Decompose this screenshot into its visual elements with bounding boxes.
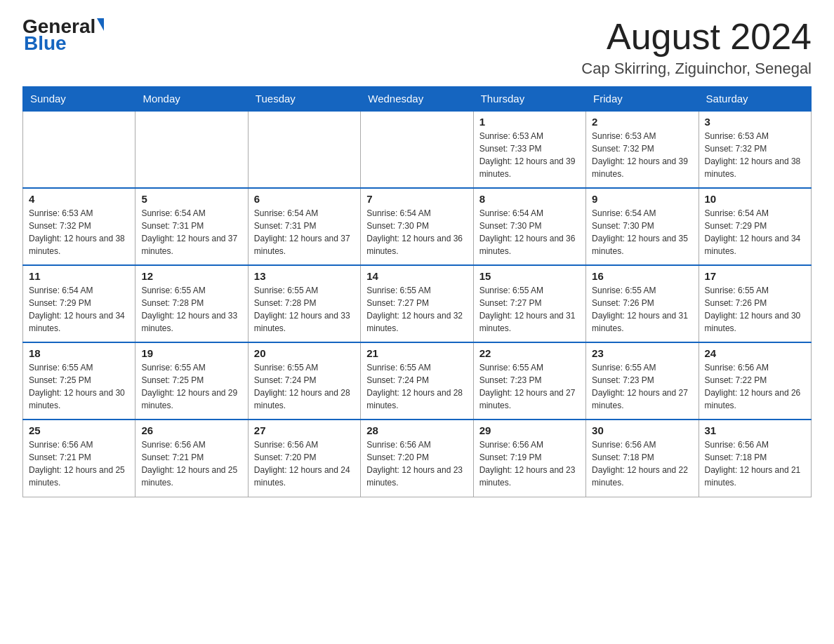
day-of-week-header-thursday: Thursday: [473, 87, 585, 112]
day-number: 21: [366, 347, 467, 359]
day-info: Sunrise: 6:53 AMSunset: 7:32 PMDaylight:…: [29, 207, 129, 257]
day-info: Sunrise: 6:56 AMSunset: 7:19 PMDaylight:…: [479, 438, 580, 489]
calendar-cell: 2Sunrise: 6:53 AMSunset: 7:32 PMDaylight…: [586, 111, 699, 188]
day-info: Sunrise: 6:54 AMSunset: 7:31 PMDaylight:…: [254, 207, 355, 257]
logo-blue-text: Blue: [24, 34, 67, 53]
day-number: 25: [29, 424, 129, 436]
calendar-week-row: 4Sunrise: 6:53 AMSunset: 7:32 PMDaylight…: [23, 188, 812, 265]
calendar-header-row: SundayMondayTuesdayWednesdayThursdayFrid…: [23, 87, 812, 112]
calendar-cell: 3Sunrise: 6:53 AMSunset: 7:32 PMDaylight…: [699, 111, 811, 188]
day-number: 13: [254, 270, 355, 282]
day-number: 6: [254, 193, 355, 205]
day-number: 28: [366, 424, 467, 436]
calendar-cell: 18Sunrise: 6:55 AMSunset: 7:25 PMDayligh…: [23, 342, 135, 420]
calendar-cell: 12Sunrise: 6:55 AMSunset: 7:28 PMDayligh…: [135, 265, 248, 342]
day-number: 7: [366, 193, 467, 205]
day-of-week-header-monday: Monday: [135, 87, 248, 112]
day-info: Sunrise: 6:55 AMSunset: 7:28 PMDaylight:…: [254, 284, 355, 335]
day-number: 8: [479, 193, 580, 205]
day-number: 23: [592, 347, 692, 359]
title-block: August 2024 Cap Skirring, Ziguinchor, Se…: [581, 17, 812, 78]
day-number: 18: [29, 347, 129, 359]
day-number: 3: [705, 116, 805, 128]
day-number: 29: [479, 424, 580, 436]
day-info: Sunrise: 6:55 AMSunset: 7:23 PMDaylight:…: [479, 361, 580, 412]
day-info: Sunrise: 6:56 AMSunset: 7:20 PMDaylight:…: [366, 438, 467, 489]
page-header: General Blue August 2024 Cap Skirring, Z…: [22, 17, 812, 78]
day-info: Sunrise: 6:55 AMSunset: 7:26 PMDaylight:…: [592, 284, 692, 335]
day-info: Sunrise: 6:55 AMSunset: 7:28 PMDaylight:…: [141, 284, 241, 335]
calendar-cell: 4Sunrise: 6:53 AMSunset: 7:32 PMDaylight…: [23, 188, 135, 265]
calendar-cell: 11Sunrise: 6:54 AMSunset: 7:29 PMDayligh…: [23, 265, 135, 342]
calendar-cell: 28Sunrise: 6:56 AMSunset: 7:20 PMDayligh…: [361, 420, 473, 497]
day-info: Sunrise: 6:56 AMSunset: 7:18 PMDaylight:…: [592, 438, 692, 489]
day-number: 1: [479, 116, 580, 128]
calendar-cell: 23Sunrise: 6:55 AMSunset: 7:23 PMDayligh…: [586, 342, 699, 420]
calendar-cell: 29Sunrise: 6:56 AMSunset: 7:19 PMDayligh…: [473, 420, 585, 497]
day-info: Sunrise: 6:54 AMSunset: 7:30 PMDaylight:…: [592, 207, 692, 257]
day-info: Sunrise: 6:55 AMSunset: 7:27 PMDaylight:…: [366, 284, 467, 335]
day-number: 10: [705, 193, 805, 205]
location-title: Cap Skirring, Ziguinchor, Senegal: [581, 60, 812, 78]
calendar-cell: 17Sunrise: 6:55 AMSunset: 7:26 PMDayligh…: [699, 265, 811, 342]
day-info: Sunrise: 6:55 AMSunset: 7:24 PMDaylight:…: [254, 361, 355, 412]
day-number: 9: [592, 193, 692, 205]
calendar-cell: 13Sunrise: 6:55 AMSunset: 7:28 PMDayligh…: [248, 265, 360, 342]
day-info: Sunrise: 6:55 AMSunset: 7:24 PMDaylight:…: [366, 361, 467, 412]
calendar-cell: 21Sunrise: 6:55 AMSunset: 7:24 PMDayligh…: [361, 342, 473, 420]
month-title: August 2024: [581, 17, 812, 57]
day-number: 12: [141, 270, 241, 282]
calendar-cell: 8Sunrise: 6:54 AMSunset: 7:30 PMDaylight…: [473, 188, 585, 265]
calendar-cell: 6Sunrise: 6:54 AMSunset: 7:31 PMDaylight…: [248, 188, 360, 265]
day-number: 27: [254, 424, 355, 436]
calendar-cell: 16Sunrise: 6:55 AMSunset: 7:26 PMDayligh…: [586, 265, 699, 342]
day-of-week-header-saturday: Saturday: [699, 87, 811, 112]
day-info: Sunrise: 6:54 AMSunset: 7:30 PMDaylight:…: [479, 207, 580, 257]
day-info: Sunrise: 6:54 AMSunset: 7:29 PMDaylight:…: [705, 207, 805, 257]
day-number: 17: [705, 270, 805, 282]
day-number: 5: [141, 193, 241, 205]
day-of-week-header-wednesday: Wednesday: [361, 87, 473, 112]
day-info: Sunrise: 6:54 AMSunset: 7:31 PMDaylight:…: [141, 207, 241, 257]
day-of-week-header-friday: Friday: [586, 87, 699, 112]
calendar-table: SundayMondayTuesdayWednesdayThursdayFrid…: [22, 86, 812, 497]
day-info: Sunrise: 6:56 AMSunset: 7:21 PMDaylight:…: [141, 438, 241, 489]
calendar-cell: 1Sunrise: 6:53 AMSunset: 7:33 PMDaylight…: [473, 111, 585, 188]
day-info: Sunrise: 6:55 AMSunset: 7:25 PMDaylight:…: [141, 361, 241, 412]
day-info: Sunrise: 6:55 AMSunset: 7:23 PMDaylight:…: [592, 361, 692, 412]
day-info: Sunrise: 6:55 AMSunset: 7:27 PMDaylight:…: [479, 284, 580, 335]
day-of-week-header-tuesday: Tuesday: [248, 87, 360, 112]
calendar-week-row: 25Sunrise: 6:56 AMSunset: 7:21 PMDayligh…: [23, 420, 812, 497]
calendar-cell: 26Sunrise: 6:56 AMSunset: 7:21 PMDayligh…: [135, 420, 248, 497]
calendar-cell: 14Sunrise: 6:55 AMSunset: 7:27 PMDayligh…: [361, 265, 473, 342]
day-number: 24: [705, 347, 805, 359]
day-number: 11: [29, 270, 129, 282]
logo: General Blue: [22, 17, 104, 53]
calendar-week-row: 18Sunrise: 6:55 AMSunset: 7:25 PMDayligh…: [23, 342, 812, 420]
day-number: 15: [479, 270, 580, 282]
calendar-cell: 10Sunrise: 6:54 AMSunset: 7:29 PMDayligh…: [699, 188, 811, 265]
day-number: 19: [141, 347, 241, 359]
day-info: Sunrise: 6:56 AMSunset: 7:21 PMDaylight:…: [29, 438, 129, 489]
calendar-week-row: 11Sunrise: 6:54 AMSunset: 7:29 PMDayligh…: [23, 265, 812, 342]
calendar-cell: 24Sunrise: 6:56 AMSunset: 7:22 PMDayligh…: [699, 342, 811, 420]
calendar-cell: 15Sunrise: 6:55 AMSunset: 7:27 PMDayligh…: [473, 265, 585, 342]
day-number: 14: [366, 270, 467, 282]
calendar-week-row: 1Sunrise: 6:53 AMSunset: 7:33 PMDaylight…: [23, 111, 812, 188]
day-info: Sunrise: 6:55 AMSunset: 7:26 PMDaylight:…: [705, 284, 805, 335]
day-number: 22: [479, 347, 580, 359]
day-of-week-header-sunday: Sunday: [23, 87, 135, 112]
day-info: Sunrise: 6:56 AMSunset: 7:20 PMDaylight:…: [254, 438, 355, 489]
calendar-cell: 19Sunrise: 6:55 AMSunset: 7:25 PMDayligh…: [135, 342, 248, 420]
logo-triangle-icon: [97, 18, 104, 31]
day-info: Sunrise: 6:53 AMSunset: 7:32 PMDaylight:…: [592, 130, 692, 180]
day-info: Sunrise: 6:54 AMSunset: 7:29 PMDaylight:…: [29, 284, 129, 335]
day-info: Sunrise: 6:53 AMSunset: 7:33 PMDaylight:…: [479, 130, 580, 180]
day-info: Sunrise: 6:55 AMSunset: 7:25 PMDaylight:…: [29, 361, 129, 412]
calendar-cell: 9Sunrise: 6:54 AMSunset: 7:30 PMDaylight…: [586, 188, 699, 265]
calendar-cell: 5Sunrise: 6:54 AMSunset: 7:31 PMDaylight…: [135, 188, 248, 265]
calendar-cell: 25Sunrise: 6:56 AMSunset: 7:21 PMDayligh…: [23, 420, 135, 497]
day-number: 30: [592, 424, 692, 436]
day-number: 16: [592, 270, 692, 282]
day-number: 4: [29, 193, 129, 205]
